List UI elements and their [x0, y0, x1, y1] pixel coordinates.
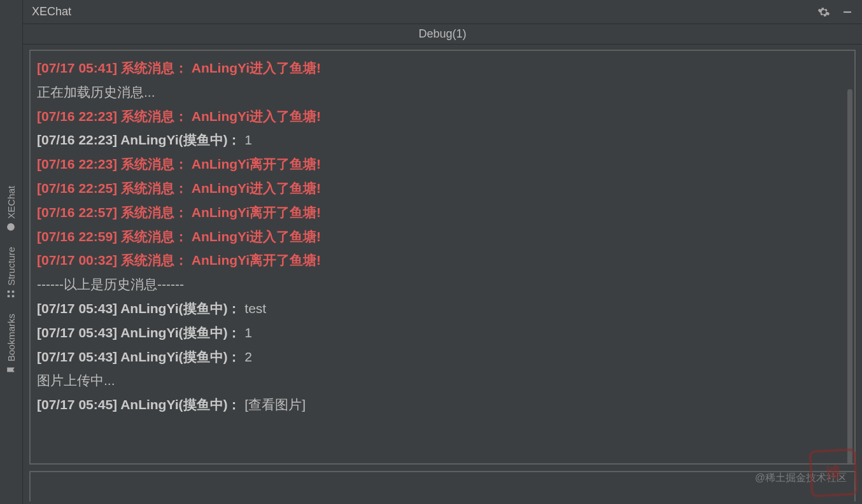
sidebar-item-label: XEChat [6, 186, 17, 219]
panel-title: XEChat [32, 5, 71, 18]
log-line: [07/16 22:23] 系统消息： AnLingYi进入了鱼塘! [37, 104, 848, 129]
log-line: [07/17 05:43] AnLingYi(摸鱼中)： test [37, 297, 848, 321]
gear-icon[interactable] [817, 6, 830, 18]
sidebar-item-label: Structure [6, 247, 17, 286]
log-line: [07/16 22:59] 系统消息： AnLingYi进入了鱼塘! [37, 225, 848, 249]
input-pane [29, 471, 856, 501]
sidebar-item-xechat[interactable]: XEChat [6, 178, 17, 239]
log-pane[interactable]: [07/17 05:41] 系统消息： AnLingYi进入了鱼塘!正在加载历史… [29, 50, 856, 465]
log-line: [07/16 22:23] AnLingYi(摸鱼中)： 1 [37, 128, 848, 152]
log-line: [07/17 00:32] 系统消息： AnLingYi离开了鱼塘! [37, 248, 848, 272]
sidebar-item-label: Bookmarks [6, 314, 17, 361]
log-line: ------以上是历史消息------ [37, 272, 848, 297]
svg-rect-1 [8, 295, 10, 297]
log-line: [07/17 05:41] 系统消息： AnLingYi进入了鱼塘! [37, 56, 848, 80]
log-line: [07/17 05:43] AnLingYi(摸鱼中)： 2 [37, 345, 848, 369]
chat-icon [7, 223, 16, 232]
bookmark-icon [7, 365, 16, 374]
log-line: [07/16 22:23] 系统消息： AnLingYi离开了鱼塘! [37, 152, 848, 176]
tab-debug[interactable]: Debug(1) [418, 27, 466, 41]
content-area: [07/17 05:41] 系统消息： AnLingYi进入了鱼塘!正在加载历史… [23, 45, 862, 504]
log-line: 图片上传中... [37, 368, 848, 393]
log-line: [07/16 22:25] 系统消息： AnLingYi进入了鱼塘! [37, 176, 848, 200]
log-line: 正在加载历史消息... [37, 80, 848, 104]
scrollbar-thumb[interactable] [847, 89, 852, 465]
title-bar: XEChat [23, 0, 862, 24]
svg-rect-3 [12, 295, 15, 297]
minimize-icon[interactable] [842, 6, 853, 18]
sidebar: XEChat Structure Bookmarks [0, 0, 23, 504]
log-line: [07/17 05:45] AnLingYi(摸鱼中)： [查看图片] [37, 393, 848, 417]
main-panel: XEChat Debug(1) [07/17 05:41] 系统消息： AnLi… [23, 0, 862, 504]
svg-point-0 [8, 223, 15, 231]
log-line: [07/16 22:57] 系统消息： AnLingYi离开了鱼塘! [37, 200, 848, 225]
svg-rect-2 [8, 290, 10, 293]
tabs-bar: Debug(1) [23, 24, 862, 45]
log-line: [07/17 05:43] AnLingYi(摸鱼中)： 1 [37, 321, 848, 345]
structure-icon [7, 290, 16, 298]
message-input[interactable] [36, 480, 849, 494]
sidebar-item-bookmarks[interactable]: Bookmarks [6, 306, 17, 382]
sidebar-item-structure[interactable]: Structure [6, 239, 17, 306]
svg-rect-4 [12, 290, 15, 293]
